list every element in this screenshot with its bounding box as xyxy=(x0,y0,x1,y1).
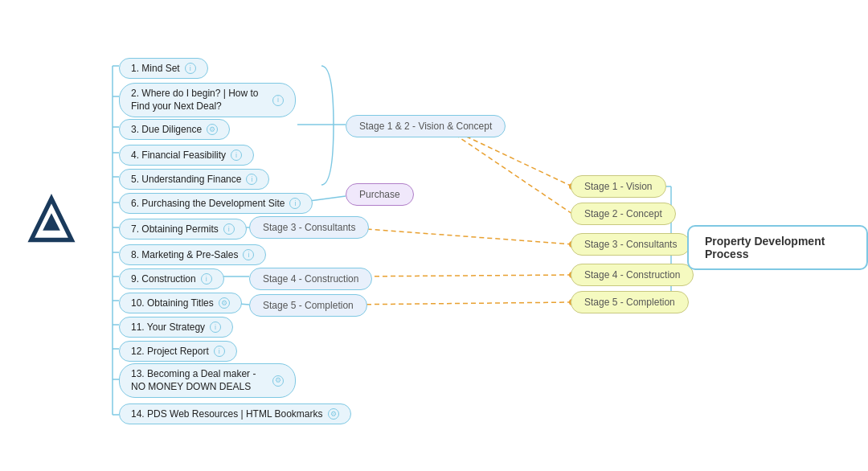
node-10[interactable]: 10. Obtaining Titles ⚙ xyxy=(119,293,242,313)
svg-line-31 xyxy=(346,227,572,244)
node-3[interactable]: 3. Due Diligence ⚙ xyxy=(119,119,230,140)
info-icon-14[interactable]: ⚙ xyxy=(328,408,339,420)
stage-3-consultants-box[interactable]: Stage 3 - Consultants xyxy=(249,216,369,239)
node-4[interactable]: 4. Financial Feasibility i xyxy=(119,145,254,166)
main-canvas: 1. Mind Set i 2. Where do I begin? | How… xyxy=(0,0,868,471)
purchase-box[interactable]: Purchase xyxy=(346,183,414,206)
info-icon-5[interactable]: i xyxy=(246,174,257,185)
info-icon-7[interactable]: i xyxy=(223,223,235,235)
node-2[interactable]: 2. Where do I begin? | How to Find your … xyxy=(119,83,296,117)
svg-line-30 xyxy=(458,137,572,214)
node-6[interactable]: 6. Purchasing the Development Site i xyxy=(119,193,313,214)
node-14[interactable]: 14. PDS Web Resources | HTML Bookmarks ⚙ xyxy=(119,403,351,424)
info-icon-6[interactable]: i xyxy=(289,198,301,209)
node-1[interactable]: 1. Mind Set i xyxy=(119,58,208,79)
right-stage-4[interactable]: Stage 4 - Construction xyxy=(571,264,694,286)
node-12[interactable]: 12. Project Report i xyxy=(119,341,237,362)
node-7[interactable]: 7. Obtaining Permits i xyxy=(119,219,247,240)
info-icon-1[interactable]: i xyxy=(185,63,196,74)
info-icon-3[interactable]: ⚙ xyxy=(207,124,218,135)
info-icon-4[interactable]: i xyxy=(231,149,242,161)
info-icon-2[interactable]: i xyxy=(272,95,284,106)
stage-1-2-box[interactable]: Stage 1 & 2 - Vision & Concept xyxy=(346,115,506,137)
right-stage-3[interactable]: Stage 3 - Consultants xyxy=(571,233,690,256)
node-11[interactable]: 11. Your Strategy i xyxy=(119,317,233,338)
stage-5-completion-box[interactable]: Stage 5 - Completion xyxy=(249,294,367,317)
right-stage-2[interactable]: Stage 2 - Concept xyxy=(571,203,676,225)
node-8[interactable]: 8. Marketing & Pre-Sales i xyxy=(119,244,266,265)
node-5[interactable]: 5. Understanding Finance i xyxy=(119,169,269,190)
info-icon-11[interactable]: i xyxy=(210,322,221,333)
svg-line-37 xyxy=(346,302,572,305)
info-icon-8[interactable]: i xyxy=(243,249,254,260)
info-icon-12[interactable]: i xyxy=(214,346,225,357)
app-logo xyxy=(23,193,80,251)
stage-4-construction-box[interactable]: Stage 4 - Construction xyxy=(249,268,372,290)
right-stage-5[interactable]: Stage 5 - Completion xyxy=(571,291,689,313)
info-icon-9[interactable]: i xyxy=(201,273,212,285)
right-stage-1[interactable]: Stage 1 - Vision xyxy=(571,175,666,198)
pdp-box[interactable]: Property Development Process xyxy=(687,225,868,270)
info-icon-10[interactable]: ⚙ xyxy=(219,297,230,309)
svg-line-34 xyxy=(346,275,572,276)
svg-line-27 xyxy=(458,133,572,186)
info-icon-13[interactable]: ⚙ xyxy=(272,375,284,387)
node-13[interactable]: 13. Becoming a Deal maker - NO MONEY DOW… xyxy=(119,363,296,398)
node-9[interactable]: 9. Construction i xyxy=(119,268,224,289)
